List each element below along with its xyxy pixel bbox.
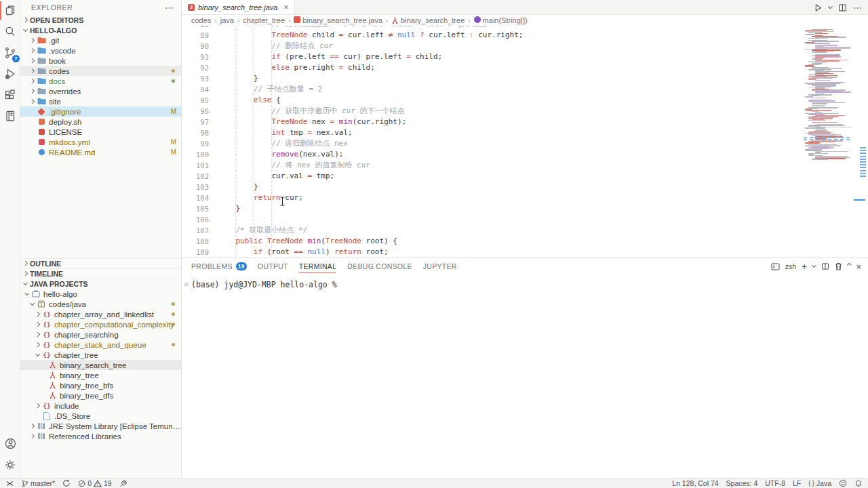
- panel-tab-terminal[interactable]: TERMINAL: [299, 258, 337, 274]
- split-editor-icon[interactable]: [838, 3, 847, 12]
- code-line-106[interactable]: 106: [182, 214, 804, 225]
- java-project-item-jre-system-library-eclipse-temurin-17-17[interactable]: JRE System Library [Eclipse Temurin 17 […: [20, 421, 181, 431]
- terminal[interactable]: (base) jyd@JYD-MBP hello-algo %: [182, 274, 868, 289]
- java-project-item-referenced-libraries[interactable]: Referenced Libraries: [20, 431, 181, 441]
- notifications-bell-icon[interactable]: [854, 479, 863, 487]
- breadcrumb-item-chapter-tree[interactable]: chapter_tree: [243, 16, 285, 24]
- cursor-position[interactable]: Ln 128, Col 74: [672, 479, 718, 487]
- new-terminal-button[interactable]: +: [802, 263, 807, 270]
- close-panel-icon[interactable]: ×: [856, 262, 861, 272]
- explorer-item-codes[interactable]: codes: [20, 66, 181, 76]
- explorer-item-vscode[interactable]: .vscode: [20, 45, 181, 56]
- launch-status-icon[interactable]: [119, 479, 127, 487]
- code-line-107[interactable]: 107 /* 获取最小结点 */: [182, 225, 804, 236]
- code-line-98[interactable]: 98 int tmp = nex.val;: [182, 127, 804, 138]
- indentation-status[interactable]: Spaces: 4: [726, 479, 758, 487]
- code-line-99[interactable]: 99 // 递归删除结点 nex: [182, 138, 804, 149]
- code-line-97[interactable]: 97 TreeNode nex = min(cur.right);: [182, 117, 804, 127]
- activity-notebook-button[interactable]: [0, 105, 20, 126]
- explorer-more-actions-icon[interactable]: ⋯: [165, 3, 174, 13]
- java-project-item-binary-tree-dfs[interactable]: binary_tree_dfs: [20, 390, 181, 401]
- minimap[interactable]: [804, 26, 856, 258]
- java-project-item-binary-tree-bfs[interactable]: binary_tree_bfs: [20, 380, 181, 390]
- code-line-96[interactable]: 96 // 获取中序遍历中 cur 的下一个结点: [182, 106, 804, 117]
- code-line-105[interactable]: 105 }: [182, 203, 804, 214]
- java-project-item-binary-tree[interactable]: binary_tree: [20, 370, 181, 380]
- java-projects-section[interactable]: JAVA PROJECTS: [20, 279, 181, 289]
- eol-status[interactable]: LF: [793, 479, 801, 487]
- explorer-item-mkdocs-yml[interactable]: mkdocs.ymlM: [20, 137, 181, 147]
- explorer-item-site[interactable]: site: [20, 96, 181, 106]
- open-editors-section[interactable]: OPEN EDITORS: [20, 15, 181, 25]
- feedback-smiley-icon[interactable]: [839, 479, 847, 487]
- sync-button[interactable]: [62, 479, 71, 487]
- language-mode[interactable]: { } Java: [808, 479, 831, 487]
- code-line-89[interactable]: 89 TreeNode child = cur.left ≠ null ? cu…: [182, 30, 804, 41]
- settings-button[interactable]: [0, 454, 20, 475]
- code-line-103[interactable]: 103 }: [182, 182, 804, 192]
- kill-terminal-icon[interactable]: [835, 262, 842, 270]
- code-line-93[interactable]: 93 }: [182, 73, 804, 84]
- code-line-92[interactable]: 92 else pre.right = child;: [182, 62, 804, 73]
- activity-extensions-button[interactable]: [0, 84, 20, 105]
- java-project-item-chapter-stack-and-queue[interactable]: {} chapter_stack_and_queue: [20, 340, 181, 350]
- breadcrumb-item-main-string[interactable]: main(String[]): [474, 16, 528, 24]
- code-line-102[interactable]: 102 cur.val = tmp;: [182, 171, 804, 182]
- panel-tab-output[interactable]: OUTPUT: [258, 258, 288, 274]
- explorer-item-readme-md[interactable]: README.mdM: [20, 147, 181, 157]
- code-line-95[interactable]: 95 else {: [182, 95, 804, 106]
- timeline-section[interactable]: TIMELINE: [20, 268, 181, 279]
- split-terminal-icon[interactable]: [821, 262, 829, 270]
- shell-label[interactable]: zsh: [785, 262, 796, 270]
- panel-tab-debug-console[interactable]: DEBUG CONSOLE: [347, 258, 412, 274]
- activity-run-debug-button[interactable]: [0, 63, 20, 84]
- code-line-90[interactable]: 90 // 删除结点 cur: [182, 41, 804, 52]
- java-project-item-chapter-computational-complexity[interactable]: {} chapter_computational_complexity: [20, 319, 181, 329]
- maximize-panel-icon[interactable]: [848, 262, 851, 270]
- code-line-100[interactable]: 100 remove(nex.val);: [182, 149, 804, 160]
- explorer-item-deploy-sh[interactable]: deploy.sh: [20, 117, 181, 127]
- remote-indicator[interactable]: [5, 479, 14, 488]
- java-project-item-include[interactable]: {} include: [20, 401, 181, 411]
- activity-search-button[interactable]: [0, 21, 20, 42]
- editor-more-actions-icon[interactable]: ⋯: [853, 3, 863, 13]
- java-project-item-chapter-tree[interactable]: {} chapter_tree: [20, 350, 181, 360]
- run-button[interactable]: [814, 3, 823, 12]
- explorer-item-overrides[interactable]: overrides: [20, 86, 181, 96]
- activity-source-control-button[interactable]: 7: [0, 42, 20, 63]
- explorer-item-docs[interactable]: docs: [20, 76, 181, 86]
- code-line-104[interactable]: 104 return cur;: [182, 192, 804, 203]
- code-line-109[interactable]: 109 if (root == null) return root;: [182, 247, 804, 258]
- code-editor[interactable]: 88 // 当子结点数量 = 0 / 1 时， child = null / 该…: [182, 26, 868, 258]
- breadcrumb-item-java[interactable]: java: [220, 16, 234, 24]
- run-dropdown-icon[interactable]: [828, 4, 832, 8]
- explorer-item-license[interactable]: LICENSE: [20, 127, 181, 137]
- java-project-item-binary-search-tree[interactable]: binary_search_tree: [20, 360, 181, 370]
- close-icon[interactable]: ×: [283, 3, 288, 12]
- java-project-item-ds-store[interactable]: .DS_Store: [20, 411, 181, 421]
- code-line-91[interactable]: 91 if (pre.left == cur) pre.left = child…: [182, 52, 804, 62]
- java-project-item-chapter-array-and-linkedlist[interactable]: {} chapter_array_and_linkedlist: [20, 309, 181, 319]
- java-project-item-hello-algo[interactable]: hello-algo: [20, 289, 181, 299]
- terminal-dropdown-icon[interactable]: [812, 263, 816, 267]
- code-line-94[interactable]: 94 // 子结点数量 = 2: [182, 84, 804, 95]
- explorer-item-book[interactable]: book: [20, 56, 181, 66]
- code-line-101[interactable]: 101 // 将 nex 的值复制给 cur: [182, 160, 804, 171]
- breadcrumb-item-binary-search-tree[interactable]: binary_search_tree: [391, 16, 465, 24]
- explorer-item-gitignore[interactable]: .gitignoreM: [20, 106, 181, 117]
- outline-section[interactable]: OUTLINE: [20, 258, 181, 268]
- java-project-item-chapter-searching[interactable]: {} chapter_searching: [20, 329, 181, 340]
- root-folder-section[interactable]: HELLO-ALGO: [20, 25, 181, 35]
- panel-tab-problems[interactable]: PROBLEMS19: [191, 258, 247, 274]
- account-button[interactable]: [0, 433, 20, 454]
- activity-explorer-button[interactable]: [0, 0, 20, 21]
- explorer-item-git[interactable]: .git: [20, 35, 181, 45]
- encoding-status[interactable]: UTF-8: [765, 479, 785, 487]
- breadcrumb-item-binary-search-tree-java[interactable]: binary_search_tree.java: [294, 16, 382, 24]
- git-branch-status[interactable]: master*: [22, 479, 55, 488]
- java-project-item-codes-java[interactable]: codes/java: [20, 299, 181, 309]
- code-line-108[interactable]: 108 public TreeNode min(TreeNode root) {: [182, 236, 804, 247]
- panel-tab-jupyter[interactable]: JUPYTER: [423, 258, 457, 274]
- problems-status[interactable]: 0 19: [78, 479, 112, 487]
- tab-binary-search-tree[interactable]: J binary_search_tree.java ×: [182, 0, 295, 14]
